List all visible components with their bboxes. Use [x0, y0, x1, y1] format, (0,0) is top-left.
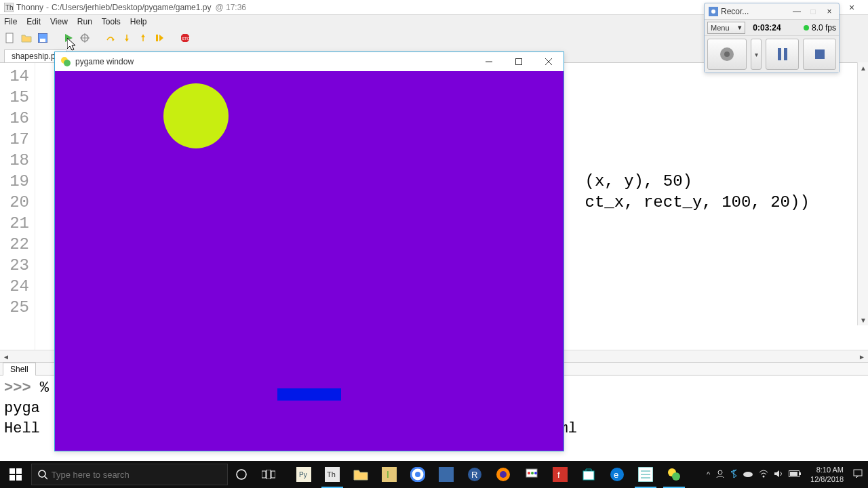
start-button[interactable]	[0, 461, 31, 488]
scroll-up-icon[interactable]: ▲	[858, 62, 868, 73]
taskbar-app-f[interactable]: f	[547, 461, 574, 488]
recorder-title-text: Recor...	[721, 7, 749, 16]
step-over-icon[interactable]	[104, 32, 117, 44]
recorder-titlebar[interactable]: Recor... — □ ×	[705, 3, 839, 20]
task-view-button[interactable]	[255, 461, 282, 488]
taskbar-clock[interactable]: 8:10 AM 12/8/2018	[806, 465, 848, 484]
tray-bluetooth-icon[interactable]	[730, 469, 737, 480]
search-input[interactable]	[52, 470, 222, 480]
clock-time: 8:10 AM	[810, 465, 844, 474]
minimize-button[interactable]	[474, 52, 504, 71]
svg-point-35	[39, 470, 45, 477]
svg-rect-77	[854, 470, 862, 476]
step-out-icon[interactable]	[137, 32, 149, 44]
run-icon[interactable]	[62, 32, 75, 44]
taskbar-python-idle[interactable]: Py	[290, 461, 317, 488]
tray-onedrive-icon[interactable]	[743, 470, 753, 479]
new-file-icon[interactable]	[4, 32, 16, 44]
svg-point-49	[415, 472, 420, 477]
maximize-button[interactable]: □	[805, 5, 821, 18]
pygame-titlebar[interactable]: pygame window	[55, 52, 564, 71]
tray-overflow-icon[interactable]: ^	[707, 470, 710, 479]
pygame-title-text: pygame window	[75, 57, 134, 66]
tray-volume-icon[interactable]	[774, 470, 783, 479]
recorder-menu-dropdown[interactable]: Menu▾	[707, 22, 745, 34]
taskbar-thonny[interactable]: Th	[319, 461, 346, 488]
task-view-icon	[262, 470, 275, 479]
svg-rect-30	[815, 49, 825, 59]
svg-text:Th: Th	[327, 470, 336, 479]
taskbar-app-blue[interactable]	[433, 461, 460, 488]
line-number-gutter: 14 15 16 17 18 19 20 21 22 23 24 25	[0, 63, 35, 350]
taskbar-search[interactable]	[31, 464, 228, 485]
taskbar-firefox[interactable]	[490, 461, 517, 488]
taskbar-paint[interactable]	[518, 461, 545, 488]
taskbar-store[interactable]	[575, 461, 602, 488]
scroll-down-icon[interactable]: ▼	[858, 314, 868, 325]
step-into-icon[interactable]	[121, 32, 133, 44]
svg-rect-21	[516, 59, 522, 65]
taskbar-app-i[interactable]: I	[376, 461, 403, 488]
menu-help[interactable]: Help	[130, 17, 147, 26]
tray-wifi-icon[interactable]	[759, 470, 768, 479]
taskbar-app-r[interactable]: R	[461, 461, 488, 488]
record-button[interactable]	[707, 39, 747, 70]
chevron-down-icon: ▾	[755, 51, 758, 58]
maximize-button[interactable]	[504, 52, 534, 71]
menu-view[interactable]: View	[50, 17, 68, 26]
close-button[interactable]: ×	[821, 5, 837, 18]
svg-point-25	[711, 9, 715, 14]
scroll-right-icon[interactable]: ►	[856, 350, 868, 363]
recorder-elapsed-time: 0:03:24	[748, 23, 786, 33]
title-path: C:/Users/jerhieb/Desktop/pygame/game1.py	[52, 0, 211, 15]
svg-rect-75	[800, 472, 801, 475]
debug-icon[interactable]	[79, 32, 91, 44]
minimize-button[interactable]: —	[789, 5, 805, 18]
taskbar-file-explorer[interactable]	[347, 461, 374, 488]
svg-point-71	[743, 472, 753, 477]
tray-battery-icon[interactable]	[789, 470, 801, 479]
tray-people-icon[interactable]	[715, 469, 725, 480]
svg-text:Py: Py	[299, 471, 307, 479]
svg-marker-15	[159, 35, 163, 41]
record-dropdown[interactable]: ▾	[751, 39, 762, 70]
tab-shell[interactable]: Shell	[3, 363, 36, 375]
editor-vscrollbar[interactable]: ▲ ▼	[857, 62, 868, 325]
svg-rect-39	[267, 470, 271, 479]
stop-button[interactable]	[803, 39, 836, 70]
taskbar-pygame[interactable]	[660, 461, 688, 488]
menu-edit[interactable]: Edit	[26, 17, 41, 26]
svg-rect-45	[382, 467, 397, 482]
close-button[interactable]: ×	[838, 0, 865, 15]
svg-rect-38	[262, 471, 266, 478]
svg-text:STOP: STOP	[182, 37, 190, 41]
taskbar-notepad[interactable]	[632, 461, 659, 488]
taskbar-edge[interactable]: e	[604, 461, 631, 488]
svg-marker-5	[65, 34, 73, 42]
svg-marker-73	[774, 470, 779, 477]
windows-icon	[9, 468, 22, 481]
stop-icon[interactable]: STOP	[179, 32, 191, 44]
cortana-button[interactable]	[228, 461, 255, 488]
svg-rect-59	[553, 467, 568, 482]
save-icon[interactable]	[37, 32, 49, 44]
notifications-icon[interactable]	[853, 469, 863, 480]
scroll-left-icon[interactable]: ◄	[0, 350, 12, 363]
resume-icon[interactable]	[153, 32, 165, 44]
menu-run[interactable]: Run	[77, 17, 92, 26]
menu-file[interactable]: File	[4, 17, 17, 26]
menu-tools[interactable]: Tools	[102, 17, 121, 26]
svg-point-70	[718, 470, 722, 474]
pygame-window: pygame window	[54, 52, 564, 451]
clock-date: 12/8/2018	[810, 474, 844, 484]
pause-button[interactable]	[766, 39, 799, 70]
game-paddle	[277, 388, 341, 401]
recorder-fps: 8.0 fps	[789, 23, 836, 33]
open-file-icon[interactable]	[20, 32, 33, 44]
svg-point-58	[534, 472, 537, 474]
svg-rect-2	[6, 33, 13, 43]
close-button[interactable]	[534, 52, 564, 71]
svg-rect-32	[16, 468, 22, 474]
svg-rect-14	[156, 35, 158, 41]
taskbar-chrome[interactable]	[404, 461, 431, 488]
